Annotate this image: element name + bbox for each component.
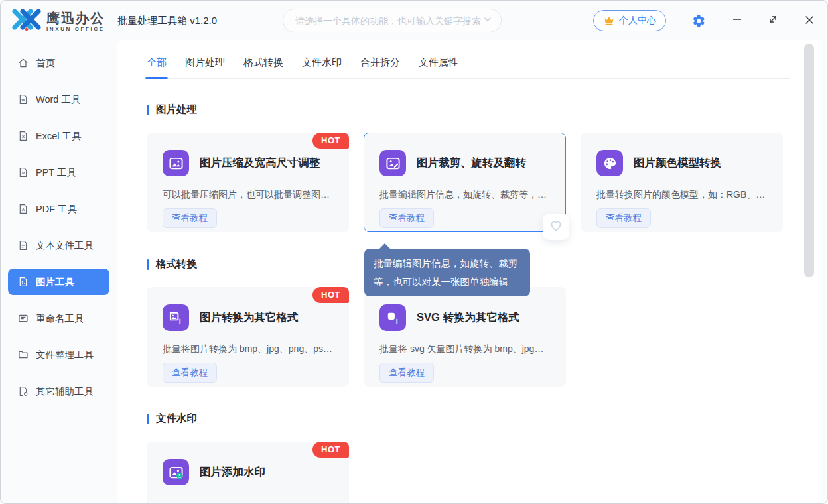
app-title: 批量处理工具箱 v1.2.0 — [117, 1, 217, 40]
section-accent-bar — [147, 259, 149, 270]
excel-doc-icon: X — [18, 131, 29, 141]
rename-icon — [18, 313, 29, 324]
tab-format-convert[interactable]: 格式转换 — [243, 56, 283, 78]
card-image-add-watermark[interactable]: HOT 图片添加水印 — [147, 442, 349, 504]
card-image-convert-format[interactable]: HOT j 图片转换为其它格式 批量将图片转换为 bmp、jpg、png、psd… — [147, 287, 349, 387]
minimize-button[interactable] — [728, 1, 746, 40]
card-description: 批量将图片转换为 bmp、jpg、png、psd... — [163, 344, 333, 355]
palette-icon — [596, 150, 623, 176]
view-tutorial-button[interactable]: 查看教程 — [163, 208, 217, 228]
sidebar-item-home[interactable]: 首页 — [8, 50, 109, 76]
card-title: 图片转换为其它格式 — [200, 310, 299, 325]
image-watermark-icon — [163, 459, 189, 485]
image-resize-icon — [163, 150, 189, 176]
search-input[interactable] — [295, 15, 482, 26]
user-center-label: 个人中心 — [619, 15, 656, 27]
sidebar-item-rename-tools[interactable]: 重命名工具 — [8, 305, 109, 332]
gear-icon — [692, 14, 706, 28]
tab-file-attributes[interactable]: 文件属性 — [419, 56, 458, 78]
vertical-scrollbar — [804, 44, 814, 499]
tab-all[interactable]: 全部 — [147, 56, 167, 78]
app-window: 鹰迅办公 INXUN OFFICE 批量处理工具箱 v1.2.0 个人中心 — [0, 0, 828, 504]
app-logo: 鹰迅办公 INXUN OFFICE — [11, 7, 105, 35]
brand-name-en: INXUN OFFICE — [46, 27, 105, 32]
sidebar-item-word-tools[interactable]: W Word 工具 — [8, 86, 109, 113]
function-search-select[interactable] — [283, 9, 502, 32]
svg-text:j: j — [395, 316, 397, 324]
card-tooltip: 批量编辑图片信息，如旋转、裁剪等，也可以对某一张图单独编辑 — [364, 249, 530, 296]
hot-badge: HOT — [312, 133, 349, 149]
sidebar-item-label: Word 工具 — [36, 94, 80, 106]
card-description: 批量转换图片的颜色模型，如：RGB、CM... — [596, 189, 767, 201]
card-grid-format-convert: HOT j 图片转换为其它格式 批量将图片转换为 bmp、jpg、png、psd… — [147, 287, 822, 387]
tab-merge-split[interactable]: 合并拆分 — [360, 56, 400, 78]
card-description: 批量编辑图片信息，如旋转、裁剪等，也... — [380, 189, 550, 201]
topbar: 鹰迅办公 INXUN OFFICE 批量处理工具箱 v1.2.0 个人中心 — [1, 1, 827, 40]
logo-x-icon — [11, 7, 42, 35]
sidebar-item-label: PDF 工具 — [36, 203, 77, 216]
sidebar-item-image-tools[interactable]: 图片工具 — [8, 269, 109, 295]
section-title-text: 文件水印 — [156, 412, 197, 426]
section-title-text: 图片处理 — [156, 103, 197, 117]
sidebar-item-label: 文本文件工具 — [36, 239, 94, 252]
svg-text:j: j — [178, 316, 180, 324]
sidebar-item-file-organize-tools[interactable]: 文件整理工具 — [8, 342, 109, 368]
chevron-down-icon — [482, 14, 493, 27]
card-image-compress-resize[interactable]: HOT 图片压缩及宽高尺寸调整 可以批量压缩图片，也可以批量调整图片... 查看… — [147, 133, 349, 232]
svg-text:W: W — [21, 98, 25, 102]
scrollbar-thumb[interactable] — [804, 44, 814, 277]
sidebar-item-pdf-tools[interactable]: A PDF 工具 — [8, 196, 109, 222]
section-title-image-processing: 图片处理 — [147, 103, 822, 117]
svg-text:P: P — [22, 171, 25, 175]
card-title: 图片颜色模型转换 — [634, 156, 721, 170]
home-icon — [18, 58, 29, 68]
pdf-doc-icon: A — [18, 204, 29, 214]
favorite-button[interactable] — [543, 214, 569, 240]
view-tutorial-button[interactable]: 查看教程 — [596, 208, 651, 228]
sidebar-item-misc-tools[interactable]: 其它辅助工具 — [8, 378, 109, 405]
svg-text:A: A — [22, 208, 25, 212]
card-image-color-model-convert[interactable]: 图片颜色模型转换 批量转换图片的颜色模型，如：RGB、CM... 查看教程 — [581, 133, 783, 232]
settings-button[interactable] — [689, 1, 708, 40]
minimize-icon — [732, 14, 742, 27]
sidebar-item-text-file-tools[interactable]: 文本文件工具 — [8, 232, 109, 259]
brand-name-cn: 鹰迅办公 — [46, 11, 105, 25]
close-button[interactable] — [800, 1, 819, 40]
sidebar-item-label: 文件整理工具 — [36, 349, 94, 361]
svg-convert-icon: j — [380, 304, 406, 331]
svg-text:X: X — [22, 135, 25, 139]
sidebar-item-excel-tools[interactable]: X Excel 工具 — [8, 123, 109, 149]
view-tutorial-button[interactable]: 查看教程 — [380, 363, 434, 383]
tool-sections: 图片处理 HOT 图片压缩及宽高尺寸调整 可以批量压缩图片，也可以批量调整图片.… — [117, 103, 822, 504]
section-accent-bar — [147, 414, 149, 424]
card-description: 批量将 svg 矢量图片转换为 bmp、jpg、p... — [380, 344, 550, 355]
sidebar-item-label: 首页 — [36, 57, 55, 70]
section-accent-bar — [147, 105, 149, 115]
card-title: 图片添加水印 — [200, 465, 265, 479]
view-tutorial-button[interactable]: 查看教程 — [380, 208, 434, 228]
sidebar-item-label: Excel 工具 — [36, 130, 82, 143]
card-grid-file-watermark: HOT 图片添加水印 — [147, 442, 822, 504]
close-icon — [804, 13, 815, 29]
card-description: 可以批量压缩图片，也可以批量调整图片... — [163, 189, 333, 201]
sidebar-item-label: 图片工具 — [36, 276, 74, 288]
window-body: 首页 W Word 工具 X Excel 工具 P PPT 工具 A PDF 工… — [1, 40, 827, 504]
image-doc-icon — [18, 277, 29, 287]
sidebar-item-label: 其它辅助工具 — [36, 385, 94, 398]
logo-text: 鹰迅办公 INXUN OFFICE — [46, 11, 105, 32]
tab-image-processing[interactable]: 图片处理 — [185, 56, 225, 78]
card-image-crop-rotate-flip[interactable]: 图片裁剪、旋转及翻转 批量编辑图片信息，如旋转、裁剪等，也... 查看教程 — [364, 133, 566, 232]
view-tutorial-button[interactable]: 查看教程 — [163, 363, 217, 383]
hot-badge: HOT — [312, 287, 349, 303]
category-tabbar: 全部 图片处理 格式转换 文件水印 合并拆分 文件属性 — [147, 40, 790, 79]
word-doc-icon: W — [18, 94, 29, 105]
user-center-button[interactable]: 个人中心 — [593, 10, 666, 31]
maximize-button[interactable] — [764, 1, 782, 40]
card-svg-convert-format[interactable]: j SVG 转换为其它格式 批量将 svg 矢量图片转换为 bmp、jpg、p.… — [364, 287, 566, 387]
folder-icon — [18, 349, 29, 360]
section-title-file-watermark: 文件水印 — [147, 412, 822, 426]
tab-file-watermark[interactable]: 文件水印 — [302, 56, 342, 78]
card-title: 图片压缩及宽高尺寸调整 — [200, 156, 320, 170]
sidebar-item-ppt-tools[interactable]: P PPT 工具 — [8, 159, 109, 186]
card-title: 图片裁剪、旋转及翻转 — [417, 156, 526, 170]
